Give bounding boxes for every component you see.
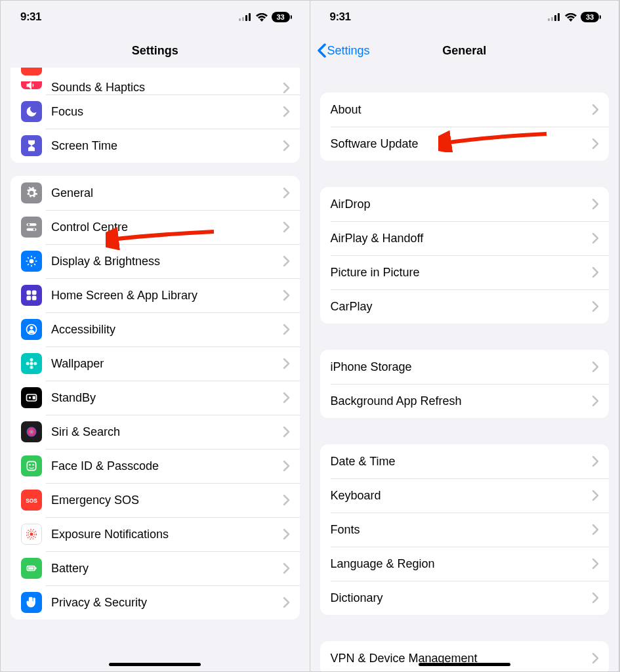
svg-point-29 xyxy=(29,396,31,398)
row-exposure[interactable]: Exposure Notifications xyxy=(10,517,300,551)
row-label: Keyboard xyxy=(331,489,593,503)
status-time: 9:31 xyxy=(330,10,351,24)
row-bg-app-refresh[interactable]: Background App Refresh xyxy=(320,384,610,418)
row-about[interactable]: About xyxy=(320,93,610,127)
row-battery[interactable]: Battery xyxy=(10,551,300,585)
chevron-right-icon xyxy=(592,104,598,115)
chevron-right-icon xyxy=(283,495,289,505)
row-label: CarPlay xyxy=(331,300,593,314)
chevron-right-icon xyxy=(592,233,598,243)
row-focus[interactable]: Focus xyxy=(10,94,300,129)
sos-icon: SOS xyxy=(21,490,42,511)
settings-list[interactable]: Sounds & HapticsFocusScreen Time General… xyxy=(1,68,310,671)
row-airdrop[interactable]: AirDrop xyxy=(320,187,610,221)
chevron-right-icon xyxy=(283,222,289,232)
chevron-right-icon xyxy=(283,290,289,301)
row-label: Focus xyxy=(51,105,283,119)
svg-point-24 xyxy=(30,358,33,362)
chevron-right-icon xyxy=(592,267,598,278)
cellular-icon xyxy=(548,13,561,21)
status-icons: 33 xyxy=(548,12,599,22)
svg-text:SOS: SOS xyxy=(26,497,37,504)
row-wallpaper[interactable]: Wallpaper xyxy=(10,346,300,381)
row-software-update[interactable]: Software Update xyxy=(320,127,610,161)
row-privacy[interactable]: Privacy & Security xyxy=(10,585,300,620)
row-date-time[interactable]: Date & Time xyxy=(320,444,610,478)
row-label: Date & Time xyxy=(331,455,593,469)
chevron-right-icon xyxy=(592,524,598,535)
svg-point-34 xyxy=(32,464,34,466)
row-label: General xyxy=(51,186,283,200)
status-time: 9:31 xyxy=(20,10,41,24)
chevron-right-icon xyxy=(283,563,289,574)
svg-rect-18 xyxy=(32,291,37,295)
svg-point-27 xyxy=(33,362,37,366)
row-faceid[interactable]: Face ID & Passcode xyxy=(10,449,300,483)
nav-title: General xyxy=(442,44,486,58)
row-label: Face ID & Passcode xyxy=(51,459,283,473)
chevron-left-icon xyxy=(317,43,326,58)
row-control-centre[interactable]: Control Centre xyxy=(10,210,300,244)
svg-rect-17 xyxy=(27,291,31,295)
moon-icon xyxy=(21,101,42,122)
svg-line-14 xyxy=(34,264,35,265)
siri-icon xyxy=(21,421,42,442)
row-sounds-haptics[interactable]: Sounds & Haptics xyxy=(10,81,300,94)
row-emergency-sos[interactable]: SOSEmergency SOS xyxy=(10,483,300,517)
row-dictionary[interactable]: Dictionary xyxy=(320,581,610,615)
row-label: Fonts xyxy=(331,523,593,537)
grid-icon xyxy=(21,285,42,306)
row-label: Background App Refresh xyxy=(331,394,593,408)
row-carplay[interactable]: CarPlay xyxy=(320,289,610,324)
row-pip[interactable]: Picture in Picture xyxy=(320,255,610,289)
svg-rect-20 xyxy=(32,296,37,301)
back-button[interactable]: Settings xyxy=(317,43,370,58)
phone-settings: 9:31 33 Settings Sounds & HapticsFocusSc… xyxy=(1,1,310,671)
row-keyboard[interactable]: Keyboard xyxy=(320,478,610,513)
row-siri-search[interactable]: Siri & Search xyxy=(10,415,300,449)
row-screen-time[interactable]: Screen Time xyxy=(10,129,300,163)
nav-title: Settings xyxy=(132,44,178,58)
exposure-icon xyxy=(21,524,42,545)
battery-icon: 33 xyxy=(581,12,599,22)
row-display-brightness[interactable]: Display & Brightness xyxy=(10,244,300,278)
row-airplay-handoff[interactable]: AirPlay & Handoff xyxy=(320,221,610,255)
svg-rect-3 xyxy=(249,13,251,21)
svg-rect-32 xyxy=(27,461,35,470)
speaker-icon xyxy=(21,81,42,89)
chevron-right-icon xyxy=(283,106,289,117)
chevron-right-icon xyxy=(283,256,289,266)
row-vpn-device-management[interactable]: VPN & Device Management xyxy=(320,641,610,671)
chevron-right-icon xyxy=(283,83,289,93)
wifi-icon xyxy=(256,13,268,22)
chevron-right-icon xyxy=(592,653,598,663)
row-label: Emergency SOS xyxy=(51,494,283,507)
svg-rect-1 xyxy=(242,17,244,21)
battery-icon xyxy=(21,558,42,579)
chevron-right-icon xyxy=(592,490,598,501)
row-iphone-storage[interactable]: iPhone Storage xyxy=(320,350,610,384)
chevron-right-icon xyxy=(283,392,289,403)
row-general[interactable]: General xyxy=(10,176,300,210)
chevron-right-icon xyxy=(592,199,598,209)
row-accessibility[interactable]: Accessibility xyxy=(10,312,300,346)
row-label: Software Update xyxy=(331,137,593,151)
general-list[interactable]: AboutSoftware Update AirDropAirPlay & Ha… xyxy=(310,68,619,671)
row-standby[interactable]: StandBy xyxy=(10,381,300,415)
status-bar: 9:31 33 xyxy=(1,1,310,33)
chevron-right-icon xyxy=(592,301,598,312)
settings-group-2: GeneralControl CentreDisplay & Brightnes… xyxy=(10,176,300,620)
svg-point-25 xyxy=(30,366,33,369)
row-language-region[interactable]: Language & Region xyxy=(320,547,610,581)
row-home-screen[interactable]: Home Screen & App Library xyxy=(10,278,300,312)
hourglass-icon xyxy=(21,135,42,156)
home-indicator xyxy=(419,663,510,666)
row-label: About xyxy=(331,103,593,117)
row-label: Picture in Picture xyxy=(331,266,593,280)
phone-general: 9:31 33 Settings General AboutSoftware U… xyxy=(310,1,620,671)
chevron-right-icon xyxy=(283,188,289,198)
row-fonts[interactable]: Fonts xyxy=(320,513,610,547)
svg-line-13 xyxy=(28,257,29,259)
chevron-right-icon xyxy=(592,138,598,149)
chevron-right-icon xyxy=(283,427,289,437)
